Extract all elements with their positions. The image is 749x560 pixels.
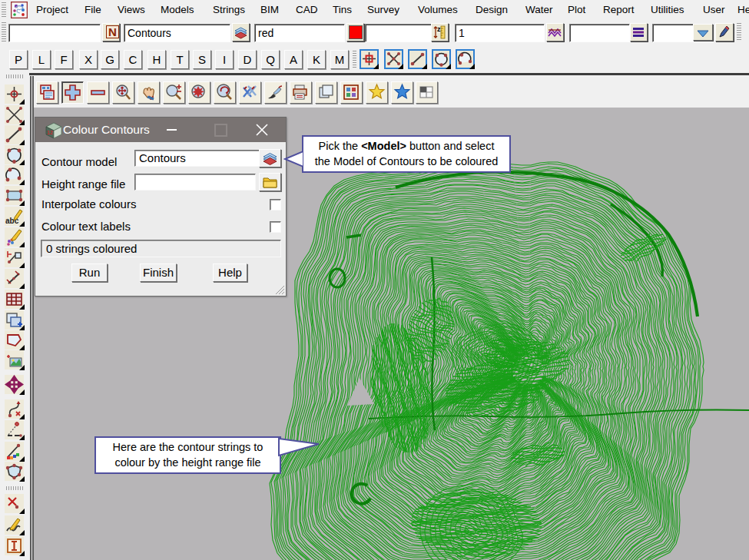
svg-text:z: z: [437, 25, 441, 33]
svg-text:12: 12: [47, 130, 53, 135]
